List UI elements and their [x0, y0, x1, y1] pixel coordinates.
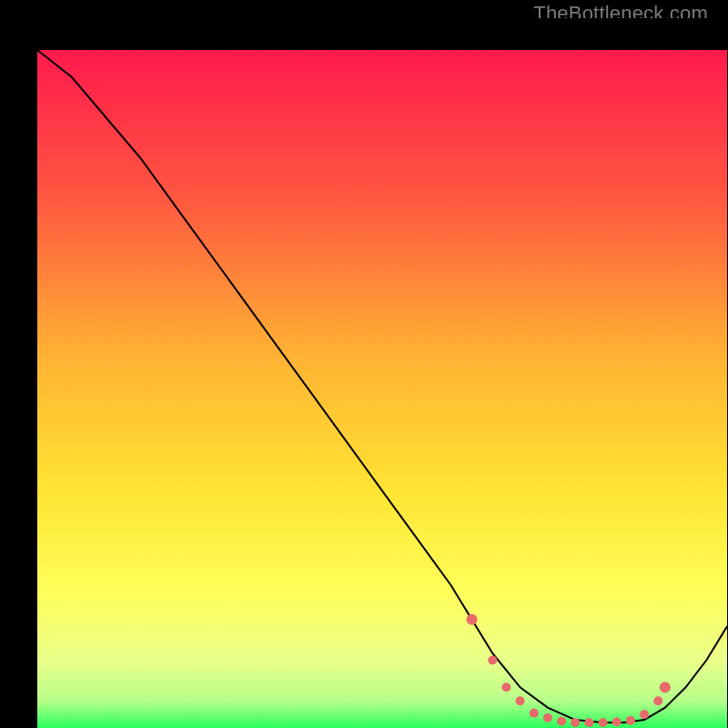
- highlight-dot: [530, 709, 539, 718]
- highlight-dot: [660, 682, 671, 693]
- highlight-dot: [516, 696, 525, 705]
- highlight-dot: [467, 614, 478, 625]
- highlight-dot: [599, 718, 608, 727]
- bottleneck-chart: [37, 50, 727, 728]
- highlight-dot: [557, 717, 566, 726]
- highlight-dot: [640, 710, 649, 719]
- highlight-dot: [571, 718, 580, 727]
- highlight-dot: [501, 682, 511, 692]
- highlight-dot: [612, 717, 622, 726]
- highlight-dot: [653, 696, 662, 705]
- highlight-dot: [584, 718, 593, 727]
- highlight-dot: [488, 656, 497, 665]
- chart-frame: [18, 18, 710, 710]
- gradient-background: [37, 50, 727, 728]
- highlight-dot: [626, 716, 635, 725]
- highlight-dot: [543, 713, 552, 723]
